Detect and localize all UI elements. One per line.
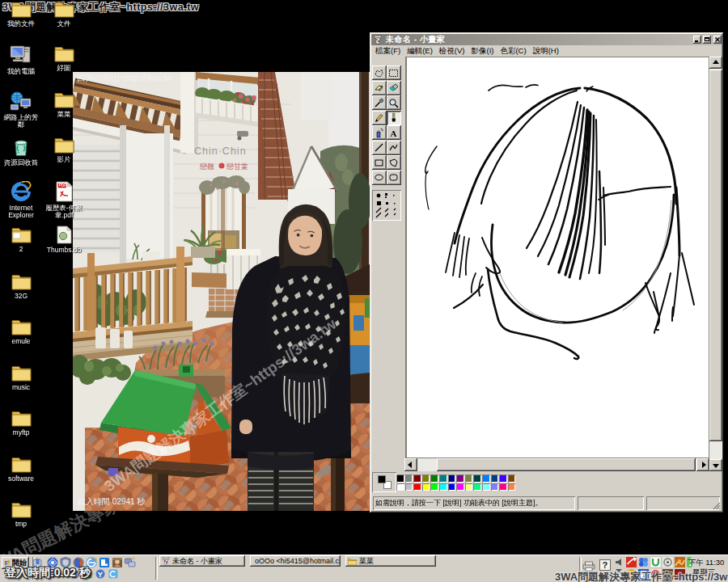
svg-text:戀甘棠: 戀甘棠 <box>226 162 248 171</box>
svg-text:戀翹: 戀翹 <box>199 162 214 171</box>
svg-text:回興的羽山~http://3wa.tw: 回興的羽山~http://3wa.tw <box>77 73 172 82</box>
svg-text:?: ? <box>603 560 608 570</box>
svg-text:A: A <box>391 129 397 138</box>
svg-text:PDF: PDF <box>58 183 66 188</box>
svg-text:Chin·Chin: Chin·Chin <box>194 146 247 157</box>
svg-text:載入時間 02941 秒: 載入時間 02941 秒 <box>77 497 146 506</box>
